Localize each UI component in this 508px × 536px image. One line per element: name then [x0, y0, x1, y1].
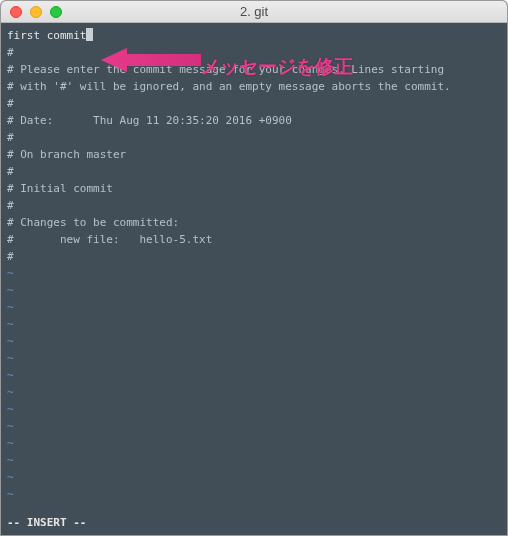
commit-message-line[interactable]: first commit	[7, 27, 501, 44]
empty-line-tilde: ~	[7, 418, 501, 435]
comment-line: # Please enter the commit message for yo…	[7, 61, 501, 78]
comment-line: #	[7, 95, 501, 112]
window-title: 2. git	[1, 4, 507, 19]
comment-line: #	[7, 129, 501, 146]
comment-line: #	[7, 163, 501, 180]
close-button[interactable]	[10, 6, 22, 18]
empty-line-tilde: ~	[7, 282, 501, 299]
empty-line-tilde: ~	[7, 299, 501, 316]
commit-message-text: first commit	[7, 29, 86, 42]
comment-line: # On branch master	[7, 146, 501, 163]
vim-status-line: -- INSERT --	[7, 514, 86, 531]
window-titlebar: 2. git	[1, 1, 507, 23]
terminal-window: 2. git first commit ## Please enter the …	[0, 0, 508, 536]
terminal-body[interactable]: first commit ## Please enter the commit …	[1, 23, 507, 535]
empty-line-tilde: ~	[7, 333, 501, 350]
comment-line: #	[7, 197, 501, 214]
empty-line-tilde: ~	[7, 265, 501, 282]
comment-line: # Changes to be committed:	[7, 214, 501, 231]
empty-line-tilde: ~	[7, 486, 501, 503]
empty-line-tilde: ~	[7, 350, 501, 367]
zoom-button[interactable]	[50, 6, 62, 18]
minimize-button[interactable]	[30, 6, 42, 18]
comment-line: # Date: Thu Aug 11 20:35:20 2016 +0900	[7, 112, 501, 129]
comment-line: # new file: hello-5.txt	[7, 231, 501, 248]
empty-line-tilde: ~	[7, 384, 501, 401]
comment-line: # with '#' will be ignored, and an empty…	[7, 78, 501, 95]
comment-block: ## Please enter the commit message for y…	[7, 44, 501, 265]
comment-line: #	[7, 248, 501, 265]
comment-line: #	[7, 44, 501, 61]
empty-line-tilde: ~	[7, 435, 501, 452]
comment-line: # Initial commit	[7, 180, 501, 197]
text-cursor	[86, 28, 93, 41]
empty-line-tilde: ~	[7, 452, 501, 469]
empty-line-tilde: ~	[7, 367, 501, 384]
empty-line-tilde: ~	[7, 401, 501, 418]
empty-line-tilde: ~	[7, 316, 501, 333]
tilde-lines: ~~~~~~~~~~~~~~	[7, 265, 501, 503]
empty-line-tilde: ~	[7, 469, 501, 486]
window-controls	[1, 6, 62, 18]
